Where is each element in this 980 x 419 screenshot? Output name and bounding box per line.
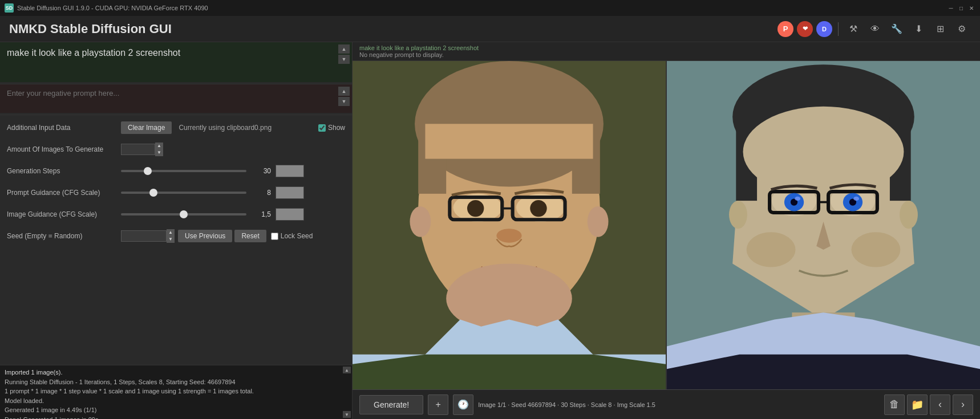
minimize-button[interactable]: ─ xyxy=(947,4,955,12)
prompt-scroll-down-button[interactable]: ▼ xyxy=(338,55,350,64)
log-area: ▲ Imported 1 image(s). Running Stable Di… xyxy=(0,365,352,419)
header-icons: P ❤ D ⚒ 👁 🔧 ⬇ ⊞ ⚙ xyxy=(777,20,971,38)
log-scroll-up-button[interactable]: ▲ xyxy=(343,367,351,373)
main-prompt-input[interactable] xyxy=(0,42,352,82)
status-text: Image 1/1 · Seed 46697894 · 30 Steps · S… xyxy=(478,401,880,408)
negative-prompt-container: ▲ ▼ xyxy=(0,84,352,115)
log-line-5: Generated 1 image in 4.49s (1/1) xyxy=(5,405,347,415)
download-icon[interactable]: ⬇ xyxy=(909,20,928,38)
status-bar: Generate! + 🕐 Image 1/1 · Seed 46697894 … xyxy=(353,389,980,419)
svg-point-16 xyxy=(410,206,431,237)
add-image-button[interactable]: + xyxy=(428,394,448,415)
image-view xyxy=(353,61,980,389)
amount-up-button[interactable]: ▲ xyxy=(155,143,163,149)
clear-image-button[interactable]: Clear Image xyxy=(121,121,172,134)
folder-button[interactable]: 📁 xyxy=(907,394,928,415)
app-icon: SD xyxy=(5,3,14,13)
image-slot-rendered xyxy=(667,61,980,389)
close-button[interactable]: ✕ xyxy=(967,4,975,12)
wrench-icon[interactable]: 🔧 xyxy=(888,20,906,38)
lock-seed-text: Lock Seed xyxy=(281,232,313,240)
use-previous-button[interactable]: Use Previous xyxy=(178,230,232,242)
svg-point-12 xyxy=(530,200,546,217)
lock-seed-checkbox[interactable] xyxy=(271,233,278,240)
neg-scroll-down-button[interactable]: ▼ xyxy=(338,97,350,106)
svg-point-11 xyxy=(467,200,484,217)
cfg-row: Prompt Guidance (CFG Scale) 8 xyxy=(7,185,345,201)
svg-point-35 xyxy=(853,197,859,201)
maximize-button[interactable]: □ xyxy=(957,4,965,12)
seed-label: Seed (Empty = Random) xyxy=(7,232,121,240)
seed-down-button[interactable]: ▼ xyxy=(167,236,175,243)
titlebar-title: Stable Diffusion GUI 1.9.0 - CUDA GPU: N… xyxy=(17,5,947,11)
image-slot-original xyxy=(353,61,666,389)
negative-prompt-input[interactable] xyxy=(0,84,352,113)
svg-rect-5 xyxy=(425,124,593,158)
meta-negative-text: No negative prompt to display. xyxy=(359,51,973,58)
prompt-scroll-up-button[interactable]: ▲ xyxy=(338,44,350,54)
left-panel: ▲ ▼ ▲ ▼ Additional Input Data Clear Imag… xyxy=(0,42,353,419)
amount-down-button[interactable]: ▼ xyxy=(155,149,163,156)
show-checkbox-label[interactable]: Show xyxy=(318,124,345,132)
face-icon[interactable]: 👁 xyxy=(866,20,884,38)
svg-point-23 xyxy=(743,107,904,197)
tools-icon[interactable]: ⚒ xyxy=(844,20,862,38)
svg-point-34 xyxy=(795,197,800,201)
log-line-3: 1 prompt * 1 image * 1 step value * 1 sc… xyxy=(5,387,347,396)
header-separator xyxy=(838,22,839,36)
delete-icon: 🗑 xyxy=(889,398,900,410)
patreon-icon[interactable]: P xyxy=(777,21,793,37)
amount-input-group: 1 ▲ ▼ xyxy=(121,143,345,156)
prompt-area: ▲ ▼ ▲ ▼ xyxy=(0,42,352,115)
neg-scroll-up-button[interactable]: ▲ xyxy=(338,87,350,96)
seed-row: Seed (Empty = Random) 46697894 ▲ ▼ Use P… xyxy=(7,228,345,244)
cfg-slider[interactable] xyxy=(121,192,246,194)
nav-button-group: 🗑 📁 ‹ › xyxy=(884,394,973,415)
svg-point-38 xyxy=(900,201,918,229)
seed-input-group: 46697894 ▲ ▼ Use Previous Reset Lock See… xyxy=(121,229,345,243)
prev-icon: ‹ xyxy=(938,398,942,410)
next-button[interactable]: › xyxy=(953,394,973,415)
show-checkbox[interactable] xyxy=(318,124,326,132)
log-line-4: Model loaded. xyxy=(5,396,347,406)
steps-slider[interactable] xyxy=(121,170,246,172)
seed-input[interactable]: 46697894 xyxy=(121,230,167,242)
log-scroll-down-button[interactable]: ▼ xyxy=(343,411,351,418)
svg-point-40 xyxy=(852,232,901,267)
cfg-color-box xyxy=(276,186,304,199)
history-button[interactable]: 🕐 xyxy=(453,394,473,415)
original-image-svg xyxy=(353,61,666,389)
cfg-value: 8 xyxy=(251,189,271,197)
img-cfg-value: 1,5 xyxy=(251,210,271,218)
seed-up-button[interactable]: ▲ xyxy=(167,229,175,236)
amount-input[interactable]: 1 xyxy=(121,144,155,155)
reset-button[interactable]: Reset xyxy=(234,230,266,242)
main-prompt-container: ▲ ▼ xyxy=(0,42,352,84)
seed-spinner: ▲ ▼ xyxy=(167,229,175,243)
steps-slider-group: 30 xyxy=(121,165,345,177)
titlebar-controls: ─ □ ✕ xyxy=(947,4,975,12)
log-line-1: Imported 1 image(s). xyxy=(5,368,347,377)
log-line-6: Done! Generated 1 images in 09s. xyxy=(5,415,347,420)
image-meta: make it look like a playstation 2 screen… xyxy=(353,42,980,61)
delete-button[interactable]: 🗑 xyxy=(884,394,905,415)
prev-button[interactable]: ‹ xyxy=(930,394,950,415)
img-cfg-color-box xyxy=(276,208,304,221)
patreon-alt-icon[interactable]: ❤ xyxy=(797,21,813,37)
gear-icon[interactable]: ⚙ xyxy=(953,20,971,38)
img-cfg-slider[interactable] xyxy=(121,213,246,215)
additional-input-group: Clear Image Currently using clipboard0.p… xyxy=(121,121,345,134)
discord-icon[interactable]: D xyxy=(816,21,832,37)
additional-input-row: Additional Input Data Clear Image Curren… xyxy=(7,120,345,136)
generate-button[interactable]: Generate! xyxy=(359,395,423,414)
steps-color-box xyxy=(276,165,304,177)
cfg-slider-group: 8 xyxy=(121,186,345,199)
lock-seed-label[interactable]: Lock Seed xyxy=(271,232,313,240)
show-label: Show xyxy=(328,124,345,132)
img-cfg-label: Image Guidance (CFG Scale) xyxy=(7,210,121,218)
history-icon: 🕐 xyxy=(457,399,469,410)
app-header: NMKD Stable Diffusion GUI P ❤ D ⚒ 👁 🔧 ⬇ … xyxy=(0,16,980,42)
img-cfg-slider-group: 1,5 xyxy=(121,208,345,221)
grid-icon[interactable]: ⊞ xyxy=(931,20,949,38)
app-title: NMKD Stable Diffusion GUI xyxy=(9,22,777,36)
